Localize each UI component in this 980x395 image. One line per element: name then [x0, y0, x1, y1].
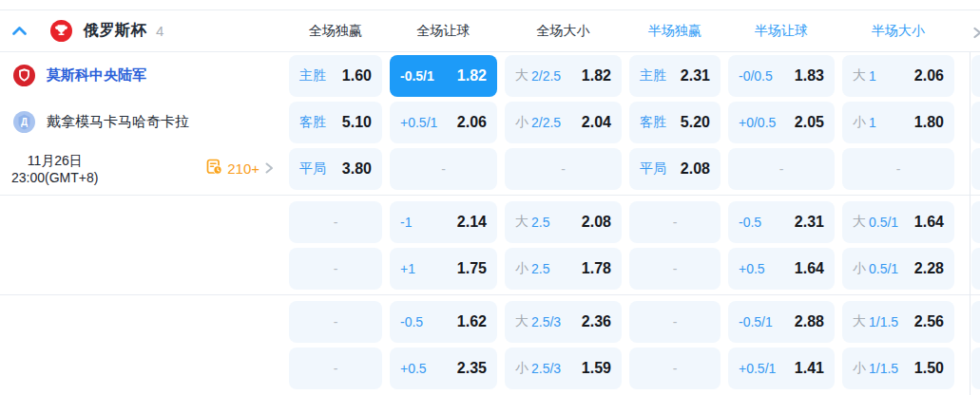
odds-value: 1.64 — [795, 260, 824, 277]
odds-cell-half-under[interactable]: 小11.80 — [842, 102, 954, 143]
odds-cell-full-win-draw[interactable]: 平局3.80 — [289, 148, 382, 190]
odds-label: +0.5 — [400, 361, 427, 376]
odds-label: 客胜 — [299, 114, 326, 131]
odds-cell-full-over[interactable]: 大2/2.51.82 — [505, 55, 622, 97]
column-header-full-handicap: 全场让球 — [386, 23, 501, 40]
odds-value: 2.28 — [914, 260, 944, 277]
odds-value: 1.83 — [795, 67, 824, 85]
odds-label: 主胜 — [299, 67, 326, 85]
odds-value: 5.20 — [681, 114, 710, 131]
partial-odds-cell[interactable] — [971, 201, 980, 243]
header-extra — [958, 10, 980, 51]
odds-cell-empty: - — [629, 248, 721, 290]
odds-value: 2.05 — [795, 114, 824, 131]
odds-cell-empty: - — [289, 248, 382, 290]
partial-odds-cell[interactable] — [971, 301, 980, 343]
odds-label: +0.5/1 — [400, 115, 437, 130]
odds-cell-half-handicap-home[interactable]: -0/0.51.83 — [728, 55, 835, 97]
odds-label: 0.5/1 — [869, 215, 898, 230]
odds-cell-half-over[interactable]: 大0.5/11.64 — [842, 201, 954, 243]
odds-label: 2.5 — [531, 261, 549, 276]
odds-value: 2.08 — [681, 160, 710, 178]
odds-cell-half-handicap-away[interactable]: +0/0.52.05 — [728, 102, 835, 143]
odds-cell-full-handicap-away[interactable]: +11.75 — [390, 248, 497, 290]
odds-cell-half-win-away[interactable]: 客胜5.20 — [629, 102, 721, 143]
odds-cell-full-over[interactable]: 大2.52.08 — [505, 201, 622, 243]
left-spacer — [0, 298, 285, 345]
scroll-right-icon[interactable] — [972, 26, 980, 43]
partial-odds-cell[interactable] — [971, 55, 980, 97]
odds-value: 5.10 — [342, 114, 372, 131]
odds-cell-empty: - — [629, 201, 721, 243]
odds-cell-full-handicap-away[interactable]: +0.5/12.06 — [390, 102, 497, 143]
odds-value: 2.04 — [582, 114, 611, 131]
more-markets-link[interactable]: 210+ — [206, 159, 274, 179]
odds-value: 1.80 — [914, 114, 944, 131]
odds-cell-full-handicap-home-selected[interactable]: -0.5/11.82 — [390, 55, 497, 97]
odds-cell-half-handicap-away[interactable]: +0.51.64 — [728, 248, 835, 290]
odds-cell-half-over[interactable]: 大1/1.52.56 — [842, 301, 954, 343]
odds-label: +0.5 — [739, 261, 765, 276]
odds-cell-half-win-draw[interactable]: 平局2.08 — [629, 148, 721, 190]
odds-label: 客胜 — [640, 114, 666, 131]
odds-label: -0.5 — [739, 215, 761, 230]
partial-odds-cell[interactable] — [971, 148, 980, 190]
odds-cell-empty: - — [289, 301, 382, 343]
odds-cell-half-handicap-away[interactable]: +0.5/11.41 — [728, 348, 835, 389]
markets-count: 210+ — [227, 160, 259, 177]
odds-cell-half-over[interactable]: 大12.06 — [842, 55, 954, 97]
home-team-row[interactable]: 莫斯科中央陆军 — [0, 52, 285, 99]
column-header-half-win: 半场独赢 — [625, 23, 724, 40]
over-under-prefix: 大 — [515, 67, 528, 85]
partial-odds-cell[interactable] — [971, 348, 980, 389]
odds-value: 1.82 — [457, 67, 487, 85]
odds-cell-half-handicap-home[interactable]: -0.52.31 — [728, 201, 835, 243]
partial-odds-cell[interactable] — [971, 248, 980, 290]
over-under-prefix: 小 — [853, 260, 866, 277]
away-team-row[interactable]: Д 戴拿模马卡马哈奇卡拉 — [0, 99, 285, 145]
league-header-row: 俄罗斯杯 4 全场独赢 全场让球 全场大小 半场独赢 半场让球 半场大小 — [0, 9, 980, 52]
svg-text:Д: Д — [21, 117, 28, 127]
over-under-prefix: 小 — [853, 360, 866, 377]
odds-label: 1 — [869, 68, 876, 84]
odds-cell-full-under[interactable]: 小2.5/31.59 — [505, 348, 622, 389]
odds-cell-full-handicap-home[interactable]: -12.14 — [390, 201, 497, 243]
odds-cell-full-under[interactable]: 小2.51.78 — [505, 248, 622, 290]
odds-value: 2.88 — [795, 313, 824, 330]
odds-cell-half-win-home[interactable]: 主胜2.31 — [629, 55, 721, 97]
odds-cell-full-under[interactable]: 小2/2.52.04 — [505, 102, 622, 143]
odds-cell-full-win-home[interactable]: 主胜1.60 — [289, 55, 382, 97]
column-header-full-win: 全场独赢 — [285, 23, 386, 40]
odds-cell-full-handicap-away[interactable]: +0.52.35 — [390, 348, 497, 389]
odds-cell-empty: - — [629, 301, 721, 343]
odds-cell-empty: - — [842, 148, 954, 190]
odds-label: 2.5/3 — [531, 314, 561, 329]
odds-label: 2/2.5 — [531, 68, 561, 84]
odds-cell-full-win-away[interactable]: 客胜5.10 — [289, 102, 382, 143]
away-team-logo-icon: Д — [13, 111, 35, 133]
odds-value: 3.80 — [342, 160, 372, 178]
odds-value: 1.59 — [582, 360, 611, 377]
odds-label: -0.5 — [400, 314, 423, 329]
odds-cell-half-under[interactable]: 小1/1.51.50 — [842, 348, 954, 389]
home-team-name: 莫斯科中央陆军 — [47, 66, 146, 85]
trophy-icon — [50, 20, 72, 42]
odds-label: 1/1.5 — [869, 361, 898, 376]
over-under-prefix: 大 — [853, 313, 866, 330]
match-info-row: 11月26日 23:00(GMT+8) 210+ — [0, 145, 285, 192]
odds-table: 俄罗斯杯 4 全场独赢 全场让球 全场大小 半场独赢 半场让球 半场大小 莫斯科… — [0, 0, 980, 395]
home-team-logo-icon — [13, 65, 35, 86]
chevron-right-icon — [264, 160, 274, 178]
collapse-league-button[interactable] — [11, 26, 28, 36]
odds-cell-half-under[interactable]: 小0.5/12.28 — [842, 248, 954, 290]
odds-cell-half-handicap-home[interactable]: -0.5/12.88 — [728, 301, 835, 343]
odds-cell-empty: - — [390, 148, 497, 190]
odds-cell-full-over[interactable]: 大2.5/32.36 — [505, 301, 622, 343]
odds-label: -1 — [400, 215, 412, 230]
odds-value: 2.08 — [582, 214, 611, 231]
partial-odds-cell[interactable] — [971, 102, 980, 143]
odds-cell-full-handicap-home[interactable]: -0.51.62 — [390, 301, 497, 343]
match-datetime: 11月26日 23:00(GMT+8) — [11, 152, 98, 186]
match-time: 23:00(GMT+8) — [11, 169, 98, 186]
odds-row-alt-line-2b: - +0.52.35 小2.5/31.59 - +0.5/11.41 小1/1.… — [0, 345, 980, 391]
